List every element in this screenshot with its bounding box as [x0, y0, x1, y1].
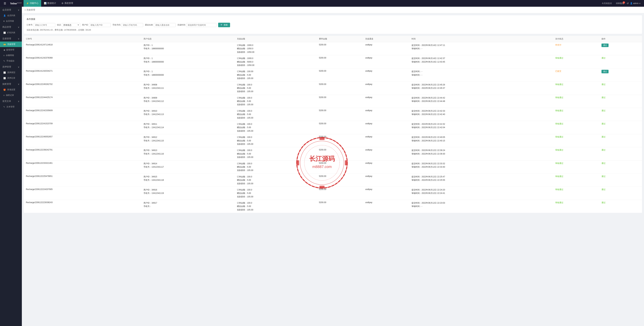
sidebar-item-member-level[interactable]: ♥ 会员等级	[0, 18, 22, 24]
refresh-button[interactable]: ↺	[627, 2, 629, 5]
cell-time: 提交时间：2022年06月12日 22:42:33 审核时间：2022年06月1…	[410, 108, 553, 121]
cell-channel: usdtpay	[363, 108, 410, 121]
col-action: 操作	[600, 36, 642, 42]
tab-stats[interactable]: 📊 数据统计	[41, 0, 59, 7]
chevron-down-icon-4: ∨	[18, 66, 20, 68]
col-user-info: 用户信息	[142, 36, 235, 42]
table-row: Recharge2206141247114618 用户ID：1 手机号：1880…	[24, 42, 642, 55]
cell-pay-status: 审核通过	[553, 108, 600, 121]
chevron-down-icon-2: ∨	[18, 26, 20, 29]
cell-channel: usdtpay	[363, 200, 410, 213]
cell-channel: usdtpay	[363, 160, 410, 173]
cell-time: 提交时间：2022年06月12日 22:41:52 审核时间：2022年06月1…	[410, 121, 553, 134]
sidebar-item-manual-pay[interactable]: ✎ 手动提款	[0, 58, 22, 64]
table-row: Recharge2206122240052657 用户ID：34912 手机号：…	[24, 134, 642, 147]
manual-icon: ✎	[3, 60, 5, 62]
cell-time: 提交时间：2022年06月14日 12:42:37 审核时间：2022年06月1…	[410, 55, 553, 69]
hamburger-button[interactable]: ☰	[2, 2, 8, 5]
cell-amount: 订单金额：100.0 赠送金额：5.00 实际获得：105.00	[235, 200, 317, 213]
cell-user-info: 用户ID：34914 手机号：13412341117	[142, 160, 235, 173]
cell-order-no: Recharge2206122233321461	[24, 160, 142, 173]
cell-order-no: Recharge2206122244425174	[24, 95, 142, 108]
sidebar-group-header-trade[interactable]: 交易管理 ∨	[0, 36, 22, 42]
sidebar-item-recharge[interactable]: 💳 充值管理	[0, 42, 22, 47]
sidebar: 会员管理 ∨ 👤 会员列表 ♥ 会员等级 商品管理 ∨ ⬜ 矿机列表	[0, 7, 22, 326]
sidebar-item-member-list[interactable]: 👤 会员列表	[0, 13, 22, 18]
table-row: Recharge2206122245262702 用户ID：34908 手机号：…	[24, 82, 642, 95]
cell-action: 通过	[600, 55, 642, 69]
miner-icon: ⬜	[3, 32, 6, 34]
cell-amount: 订单金额：100.00 赠送金额：5.00 实际获得：105.00	[235, 69, 317, 82]
cell-action: 通过	[600, 42, 642, 55]
sidebar-group-header-member[interactable]: 会员管理 ∨	[0, 7, 22, 13]
pledge-type-icon: ⬜	[3, 72, 6, 74]
search-button[interactable]: 🔍 搜索	[218, 23, 230, 27]
cell-order-no: Recharge2206122242335609	[24, 108, 142, 121]
time-label: 充值时间	[177, 24, 185, 27]
user-menu[interactable]: 👤 admin ∨	[630, 2, 641, 5]
top-navigation: ☰ TetherV1.0.0 ⚡ 功能中心 📊 数据统计 ⚙ 系统管理 今天待支…	[0, 0, 644, 7]
nav-tabs: ⚡ 功能中心 📊 数据统计 ⚙ 系统管理	[24, 0, 76, 7]
cell-time: 提交时间：2022年06月12日 22:40:05 审核时间：2022年06月1…	[410, 134, 553, 147]
pass-button[interactable]: 通过	[602, 70, 608, 73]
sidebar-item-pledge-record[interactable]: ⬜ 质押记录	[0, 75, 22, 81]
cell-user-info: 用户ID：34917 手机号：	[142, 200, 235, 213]
phone-input[interactable]	[121, 23, 143, 27]
sidebar-item-prize-setting[interactable]: 🎁 奖项设置	[0, 87, 22, 93]
cell-order-no: Recharge2206141242034271	[24, 69, 142, 82]
table-row: Recharge2206122239242791 用户ID：34913 手机号：…	[24, 147, 642, 160]
sidebar-item-withdraw[interactable]: ◀ 提现管理	[0, 47, 22, 53]
pass-button[interactable]: 通过	[602, 44, 608, 47]
status-field: 状态 所有状态	[57, 23, 80, 27]
cell-amount: 订单金额：1000.0 赠送金额：5000.0 实际获得：1050.00	[235, 55, 317, 69]
cell-fee: 5200.00	[317, 160, 363, 173]
sidebar-item-pledge-type[interactable]: ⬜ 质押类型	[0, 70, 22, 75]
col-order-no: 订单号	[24, 36, 142, 42]
sidebar-group-header-pledge[interactable]: 质押管理 ∨	[0, 64, 22, 70]
stats-icon: 📊	[44, 2, 46, 5]
user-id-input[interactable]	[89, 23, 111, 27]
cell-user-info: 用户ID：1 手机号：18800000000	[142, 55, 235, 69]
cell-order-no: Recharge2206141242378368	[24, 55, 142, 69]
cell-action: 通过	[600, 160, 642, 173]
chevron-down-icon: ∨	[18, 9, 20, 11]
sidebar-group-header-homepage[interactable]: 首页文本 ∨	[0, 98, 22, 104]
tab-sys[interactable]: ⚙ 系统管理	[59, 0, 76, 7]
cell-channel: usdtpay	[363, 55, 410, 69]
search-row: 订单号 状态 所有状态 用户ID 手机号码	[26, 23, 639, 27]
cell-user-info: 用户ID：34916 手机号：13412341119	[142, 187, 235, 200]
approved-label: 通过	[602, 149, 606, 151]
table-row: Recharge2206141242378368 用户ID：1 手机号：1880…	[24, 55, 642, 69]
status-select[interactable]: 所有状态	[62, 23, 80, 27]
order-no-input[interactable]	[34, 23, 55, 27]
sidebar-item-lottery-record[interactable]: ≡ 抽奖记录	[0, 93, 22, 98]
col-channel: 充值通道	[363, 36, 410, 42]
cell-fee: 5200.00	[317, 121, 363, 134]
cell-pay-status: 审核通过	[553, 147, 600, 160]
time-input[interactable]	[186, 23, 216, 27]
tab-func[interactable]: ⚡ 功能中心	[24, 0, 41, 7]
cell-action: 通过	[600, 82, 642, 95]
sidebar-item-balance[interactable]: ≡ 余额明细	[0, 53, 22, 58]
cell-channel: usdtpay	[363, 42, 410, 55]
cell-action: 通过	[600, 95, 642, 108]
audit-button[interactable]: 待审复现 1	[614, 1, 625, 6]
today-pay-button[interactable]: 今天待支付	[600, 1, 613, 6]
cell-fee: 5200.00	[317, 108, 363, 121]
approved-label: 通过	[602, 83, 606, 86]
sidebar-group-header-lottery[interactable]: 抽奖管理 ∨	[0, 81, 22, 87]
channel-input[interactable]	[154, 23, 176, 27]
sidebar-group-label-lottery: 抽奖管理	[2, 83, 11, 86]
status-label: 状态	[57, 24, 61, 27]
cell-fee: 5200.00	[317, 200, 363, 213]
col-amount: 充值金额	[235, 36, 317, 42]
cell-amount: 订单金额：100.0 赠送金额：5.00 实际获得：105.00	[235, 95, 317, 108]
main-content: » 充值管理 条件搜索 订单号 状态 所有状态	[22, 7, 644, 326]
cell-time: 提交时间：2022年06月12日 22:24:20 审核时间：2022年06月1…	[410, 187, 553, 200]
sidebar-group-pledge: 质押管理 ∨ ⬜ 质押类型 ⬜ 质押记录	[0, 64, 22, 81]
sidebar-item-miner-list[interactable]: ⬜ 矿机列表	[0, 30, 22, 36]
sidebar-item-text-manage[interactable]: ✎ 文本管理	[0, 104, 22, 110]
table-row: Recharge2206122233321461 用户ID：34914 手机号：…	[24, 160, 642, 173]
cell-action: 通过	[600, 173, 642, 187]
sidebar-group-header-product[interactable]: 商品管理 ∨	[0, 24, 22, 30]
